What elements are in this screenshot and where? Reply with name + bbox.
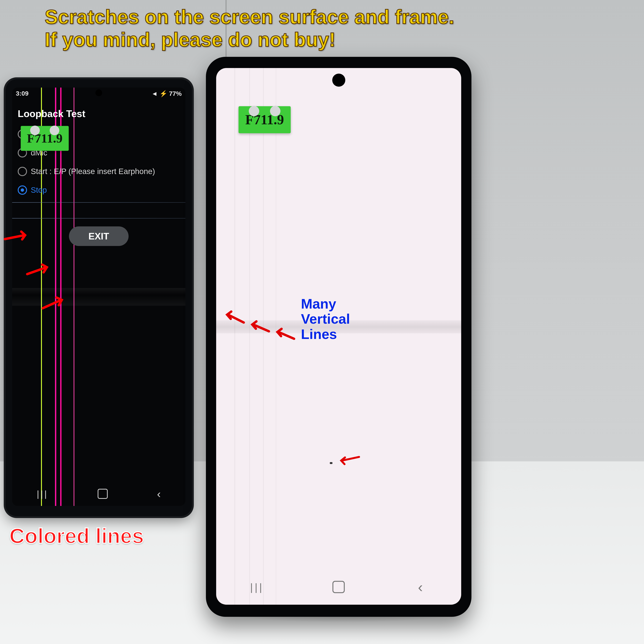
status-time: 3:09 (16, 90, 29, 97)
price-tag-left: F711.9 (21, 126, 69, 151)
screen-title: Loopback Test (18, 108, 85, 119)
android-nav-bar: ||| ‹ (216, 576, 461, 598)
arrow-icon (24, 256, 54, 286)
divider (12, 218, 185, 219)
defect-speck (330, 462, 332, 464)
android-nav-bar: ||| ‹ (12, 485, 185, 502)
recents-icon[interactable]: ||| (251, 581, 263, 593)
exit-button[interactable]: EXIT (69, 226, 129, 246)
radio-icon (18, 185, 27, 195)
arrow-icon (335, 447, 363, 471)
arrow-icon (39, 290, 69, 320)
radio-icon (18, 167, 27, 176)
defect-vertical-line (234, 68, 235, 605)
price-tag-right: F711.9 (239, 106, 291, 133)
status-right: ◄ ⚡ 77% (151, 90, 182, 97)
warning-overlay: Scratches on the screen surface and fram… (45, 6, 629, 51)
arrow-icon (271, 321, 297, 347)
back-icon[interactable]: ‹ (414, 581, 427, 593)
back-icon[interactable]: ‹ (157, 487, 161, 500)
defect-line-pink-3 (74, 88, 74, 506)
status-bar: 3:09 ◄ ⚡ 77% (16, 90, 182, 97)
radio-stop[interactable]: Stop (18, 185, 47, 195)
camera-hole-icon (332, 74, 345, 87)
radio-ep[interactable]: Start : E/P (Please insert Earphone) (18, 167, 155, 176)
home-icon[interactable] (332, 581, 345, 593)
left-phone: 3:09 ◄ ⚡ 77% Loopback Test Mic dMic Star… (6, 79, 192, 516)
divider (12, 202, 185, 203)
arrow-icon (221, 304, 247, 330)
fold-crease (12, 288, 185, 306)
arrow-icon (2, 223, 32, 252)
vertical-lines-label: Many Vertical Lines (301, 296, 350, 342)
warning-line-2: If you mind, please do not buy! (45, 28, 629, 51)
warning-line-1: Scratches on the screen surface and fram… (45, 6, 629, 28)
recents-icon[interactable]: ||| (37, 489, 48, 499)
arrow-icon (246, 313, 272, 339)
home-icon[interactable] (98, 489, 108, 499)
left-caption: Colored lines (9, 524, 144, 548)
